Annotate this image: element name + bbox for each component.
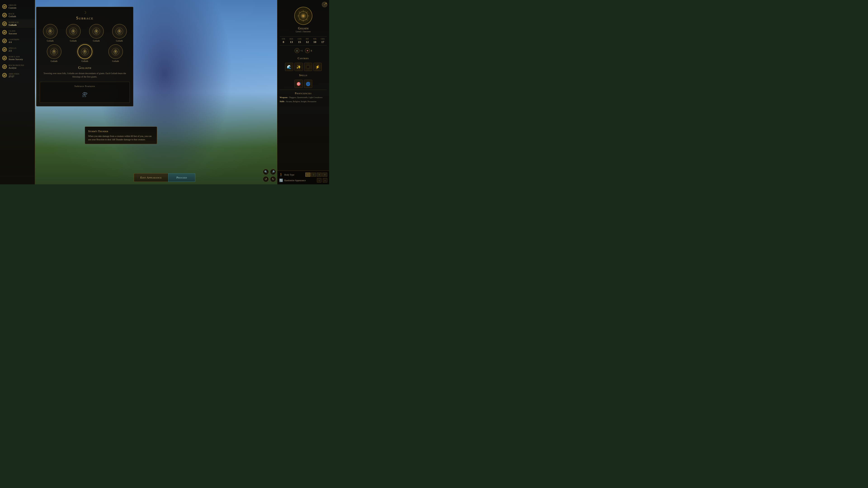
body-type-icon: 🚶	[279, 173, 283, 177]
sidebar-item-subrace[interactable]: Subrace Goliath	[0, 20, 35, 28]
nav-label-subrace: Goliath	[8, 24, 19, 26]
body-options: 1234	[305, 173, 327, 177]
svg-point-5	[72, 31, 74, 32]
subrace-name-row1-2: Goliath	[93, 39, 100, 42]
cantrip-1[interactable]: 🌊	[285, 63, 293, 71]
subrace-panel: ☽ Subrace Goliath Goliath Goliath	[36, 7, 133, 106]
sidebar-item-cantrips[interactable]: Cantrips 4/4	[0, 37, 35, 45]
subrace-item-row1-2[interactable]: Goliath	[86, 24, 107, 42]
nav-label-subclass: Storm Sorcery	[8, 58, 23, 61]
sidebar-item-spells[interactable]: Spells 2/2	[0, 45, 35, 54]
svg-line-35	[306, 19, 308, 20]
spell-2[interactable]: 🌀	[304, 80, 312, 88]
nav-text-class: Class Sorcerer	[8, 30, 17, 35]
nav-text-background: Background Acolyte	[8, 64, 24, 69]
stat-label-dex: DEX	[289, 38, 293, 40]
nav-check-class	[2, 30, 7, 35]
sidebar-item-subclass[interactable]: Subclass Storm Sorcery	[0, 54, 35, 62]
zoom-plus-button[interactable]: 🔍	[263, 169, 269, 175]
panel-ornament: ☽	[40, 10, 130, 15]
tooltip-popup: Storm's Thunder When you take damage fro…	[85, 127, 157, 144]
nav-category-subrace: Subrace	[8, 21, 19, 24]
nav-category-race: Race	[8, 13, 16, 15]
cantrip-4[interactable]: ⚡	[313, 63, 322, 71]
svg-point-21	[84, 51, 86, 53]
badges-row: ⚔ +1 ♥ 8	[280, 47, 327, 54]
nav-label-class: Sorcerer	[8, 32, 17, 35]
nav-label-cantrips: 4/4	[8, 41, 20, 43]
character-subtitle: Level 1 Sorcerer	[296, 30, 311, 33]
subrace-item-row2-2[interactable]: Goliath	[108, 44, 123, 62]
subrace-icon-row1-2	[89, 24, 104, 39]
body-option-3[interactable]: 4	[322, 173, 327, 177]
nav-text-subrace: Subrace Goliath	[8, 21, 19, 26]
subrace-grid-row1: Goliath Goliath Goliath Goliath	[40, 24, 130, 42]
hp-badge: ⚔ +1	[294, 48, 303, 53]
sidebar-item-abilities[interactable]: Abilities 27/27	[0, 71, 35, 79]
svg-point-17	[53, 51, 55, 53]
body-option-1[interactable]: 2	[311, 173, 316, 177]
stat-value-wis: 10	[313, 40, 316, 44]
proficiencies-section: Proficiencies Weapons - Daggers, Quarter…	[280, 90, 327, 104]
heart-badge: ♥ 8	[305, 48, 312, 53]
subrace-item-row1-3[interactable]: Goliath	[109, 24, 130, 42]
tooltip-title: Storm's Thunder	[88, 129, 154, 133]
subrace-item-row1-0[interactable]: Goliath	[40, 24, 61, 42]
features-title: Subrace Features	[43, 85, 127, 88]
nav-label-race: Goliath	[8, 15, 16, 18]
arrow-next-button[interactable]: ›	[323, 178, 327, 183]
subrace-icon-row2-0	[47, 44, 61, 59]
stat-wis: WIS 10	[313, 38, 316, 44]
svg-text:🦁: 🦁	[302, 15, 305, 18]
proficiencies-header: Proficiencies	[280, 91, 327, 96]
nav-category-origin: Origin	[8, 4, 17, 6]
hp-icon: ⚔	[294, 48, 300, 53]
cantrip-2[interactable]: ✨	[294, 63, 303, 71]
edit-appearance-button[interactable]: Edit Appearance	[134, 173, 168, 182]
storm-thunder-icon[interactable]: ⛈	[80, 90, 90, 100]
character-name: Goliath	[298, 27, 308, 30]
subrace-icon-row2-2	[108, 44, 123, 59]
appearance-controls: 🚶 Body Type 1234 🔄 Randomise Appearance …	[277, 170, 329, 184]
skills-value: Arcana, Religion, Insight, Persuasion	[286, 100, 316, 103]
sidebar-item-class[interactable]: Class Sorcerer	[0, 28, 35, 37]
stat-value-int: 12	[306, 40, 309, 44]
weapons-label: Weapons	[280, 96, 287, 98]
body-option-2[interactable]: 3	[317, 173, 322, 177]
rotate-right-button[interactable]: ↻	[270, 176, 276, 182]
subrace-name-row1-1: Goliath	[70, 39, 76, 42]
sidebar-item-origin[interactable]: Origin Custom	[0, 2, 35, 11]
tooltip-desc: When you take damage from a creature wit…	[88, 134, 154, 141]
rotate-left-button[interactable]: ↺	[263, 176, 269, 182]
cantrip-3[interactable]: ❄	[304, 63, 312, 71]
subrace-name-row1-3: Goliath	[116, 39, 123, 42]
nav-category-background: Background	[8, 64, 24, 66]
feature-icon-wrap: ⛈	[43, 90, 127, 100]
subrace-item-row2-0[interactable]: Goliath	[47, 44, 61, 62]
stats-row: STR 8 DEX 13 CON 15 INT 12 WIS 10 CHA 17	[280, 36, 327, 45]
stat-value-con: 15	[298, 40, 301, 44]
bottom-buttons: Edit Appearance Proceed	[134, 173, 195, 182]
sidebar-item-background[interactable]: Background Acolyte	[0, 62, 35, 71]
proceed-button[interactable]: Proceed	[168, 173, 195, 182]
nav-text-cantrips: Cantrips 4/4	[8, 38, 20, 43]
arrow-prev-button[interactable]: ‹	[317, 178, 321, 183]
nav-label-origin: Custom	[8, 6, 17, 9]
subrace-name-row1-0: Goliath	[47, 39, 54, 42]
spell-1[interactable]: 🎯	[294, 80, 303, 88]
subrace-item-row1-1[interactable]: Goliath	[63, 24, 84, 42]
nav-check-subrace	[2, 22, 7, 26]
body-option-0[interactable]: 1	[305, 173, 310, 177]
nav-text-spells: Spells 2/2	[8, 47, 17, 52]
stat-value-cha: 17	[321, 40, 324, 44]
nav-text-origin: Origin Custom	[8, 4, 17, 9]
selected-subrace-name: Goliath	[40, 66, 130, 70]
stat-label-str: STR	[282, 38, 285, 40]
subrace-item-row2-1[interactable]: Goliath	[78, 44, 92, 62]
sidebar-item-race[interactable]: Race Goliath	[0, 11, 35, 20]
zoom-row-bottom: ↺ ↻	[263, 176, 276, 182]
character-portrait: 🦁 Goliath Level 1 Sorcerer	[280, 2, 327, 35]
spells-header: Spells	[280, 73, 327, 78]
nav-category-cantrips: Cantrips	[8, 38, 20, 41]
zoom-minus-button[interactable]: 🔎	[270, 169, 276, 175]
